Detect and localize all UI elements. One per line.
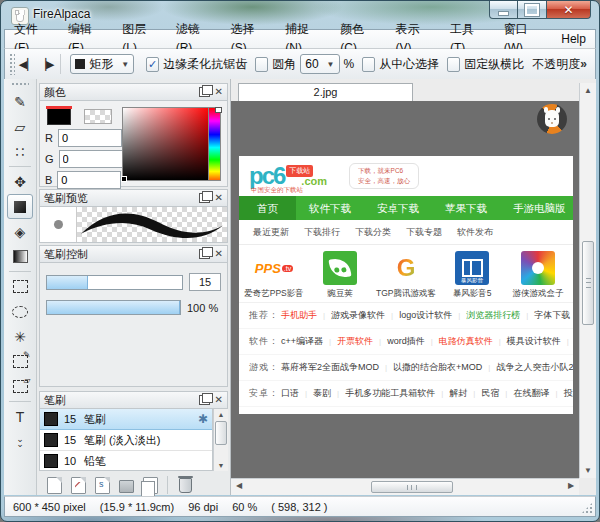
- close-panel-icon[interactable]: ✕: [215, 249, 223, 259]
- lasso-tool[interactable]: [7, 299, 33, 324]
- delete-brush-icon[interactable]: [179, 478, 192, 493]
- sv-marker[interactable]: [121, 176, 127, 182]
- shape-rect-tool[interactable]: [7, 194, 33, 219]
- toolstrip-grip[interactable]: [11, 82, 29, 87]
- magic-wand-tool[interactable]: ✳: [7, 324, 33, 349]
- eraser-tool[interactable]: ▱: [7, 114, 33, 139]
- from-center-checkbox[interactable]: [362, 57, 375, 72]
- row-prefix: 推荐：: [249, 309, 279, 322]
- pc6-logo-com: .com: [301, 175, 327, 187]
- fixed-ratio-checkbox[interactable]: [447, 57, 460, 72]
- app-baofeng: 暴风影音 暴风影音5: [439, 251, 505, 300]
- wp-link-rows: 推荐： 手机助手 游戏录像软件 logo设计软件 浏览器排行榜 字体下载 视频 …: [239, 302, 573, 407]
- tool-strip: ✎ ▱ ∷ ✥ ◈ ✳ ✎ ▱ T ⌄⌄: [4, 79, 37, 495]
- gradient-tool[interactable]: [7, 244, 33, 269]
- thumb-grip: [586, 278, 591, 288]
- green-input[interactable]: [59, 150, 123, 168]
- menu-help[interactable]: Help: [552, 30, 595, 49]
- scrollbar-thumb[interactable]: [215, 421, 227, 445]
- vertical-scrollbar[interactable]: ▲ ▼: [579, 83, 596, 478]
- float-panel-icon[interactable]: [199, 193, 210, 203]
- toolbar-grip[interactable]: [9, 53, 15, 75]
- select-rect-tool[interactable]: [7, 274, 33, 299]
- brush-list-header[interactable]: 笔刷 ✕: [39, 391, 228, 409]
- round-value-select[interactable]: 60 ▼: [300, 54, 339, 74]
- brush-control-header[interactable]: 笔刷控制 ✕: [39, 245, 228, 263]
- edit-brush-icon[interactable]: [71, 477, 86, 494]
- scroll-down-icon[interactable]: ▼: [214, 462, 228, 469]
- float-panel-icon[interactable]: [199, 249, 210, 259]
- toolbar-overflow-button[interactable]: »: [580, 57, 587, 71]
- horizontal-scrollbar[interactable]: ◀ ▶: [231, 478, 579, 495]
- move-tool[interactable]: ✥: [7, 169, 33, 194]
- scroll-down-icon[interactable]: ▼: [580, 466, 596, 475]
- wp-app-grid: PPS .tv 爱奇艺PPS影音 豌豆荚 G TGP腾讯游戏客 暴风: [239, 245, 573, 302]
- gear-icon[interactable]: ✱: [198, 412, 208, 426]
- wp-link: 手机助手: [281, 309, 317, 322]
- brush-preview-header[interactable]: 笔刷预览 ✕: [39, 189, 228, 207]
- brush-row[interactable]: 10 铅笔: [40, 451, 212, 471]
- maximize-button[interactable]: [518, 1, 546, 19]
- wp-link: logo设计软件: [385, 309, 452, 322]
- shape-select[interactable]: 矩形 ▼: [70, 54, 134, 74]
- scrollbar-thumb[interactable]: [582, 241, 594, 325]
- bucket-tool[interactable]: ◈: [7, 219, 33, 244]
- script-brush-icon[interactable]: [95, 477, 110, 494]
- scrollbar-thumb[interactable]: [371, 481, 453, 493]
- close-panel-icon[interactable]: ✕: [215, 395, 223, 405]
- foreground-color-swatch[interactable]: [47, 107, 71, 125]
- canvas-viewport[interactable]: pc6 下载站 .com 中国安全的下载站 下载，就来PC6 安全，高速，放心 …: [231, 101, 579, 478]
- antialias-label: 边缘柔化抗锯齿: [163, 56, 247, 73]
- wp-link: 投票: [549, 387, 573, 400]
- red-input[interactable]: [58, 129, 122, 147]
- float-panel-icon[interactable]: [199, 395, 210, 405]
- text-tool[interactable]: T: [7, 404, 33, 429]
- select-eraser-tool[interactable]: ▱: [7, 374, 33, 399]
- close-panel-icon[interactable]: ✕: [215, 193, 223, 203]
- select-pen-tool[interactable]: ✎: [7, 349, 33, 374]
- brush-stroke-icon: [77, 207, 227, 242]
- brush-size-slider[interactable]: [46, 275, 183, 290]
- next-button[interactable]: ▕▶: [37, 54, 56, 74]
- wp-link: word插件: [373, 335, 425, 348]
- wp-subnav: 最近更新 下载排行 下载分类 下载专题 软件发布: [239, 220, 573, 245]
- scroll-right-icon[interactable]: ▶: [564, 481, 578, 490]
- antialias-checkbox[interactable]: ✓: [146, 57, 159, 72]
- scroll-up-icon[interactable]: ▲: [214, 411, 228, 418]
- brush-row[interactable]: 15 笔刷 (淡入淡出): [40, 430, 212, 451]
- window-title: FireAlpaca: [33, 7, 90, 21]
- saturation-value-picker[interactable]: [122, 107, 212, 181]
- dot-tool[interactable]: ∷: [7, 139, 33, 164]
- minimize-button[interactable]: [489, 1, 518, 19]
- chevron-down-icon: ▼: [327, 60, 335, 69]
- scroll-left-icon[interactable]: ◀: [232, 481, 246, 490]
- brush-list-scrollbar[interactable]: ▲ ▼: [213, 409, 228, 471]
- pen-tool[interactable]: ✎: [7, 89, 33, 114]
- wp-link: 字体下载: [520, 309, 570, 322]
- close-panel-icon[interactable]: ✕: [215, 87, 223, 97]
- prev-button[interactable]: ◀▏: [18, 54, 37, 74]
- brush-opacity-slider[interactable]: [46, 300, 181, 315]
- more-tools-button[interactable]: ⌄⌄: [7, 429, 33, 454]
- transparent-color-swatch[interactable]: [84, 109, 112, 124]
- brush-swatch-icon: [44, 412, 58, 426]
- folder-icon[interactable]: [119, 480, 134, 493]
- resize-grip[interactable]: [581, 502, 593, 514]
- document-tab[interactable]: 2.jpg: [238, 83, 413, 101]
- wp-nav-home: 首页: [239, 196, 296, 220]
- brush-row-selected[interactable]: 15 笔刷 ✱: [40, 409, 212, 430]
- round-corner-checkbox[interactable]: [255, 57, 268, 72]
- brush-name: 铅笔: [84, 454, 208, 469]
- blue-input[interactable]: [57, 171, 121, 189]
- duplicate-brush-icon[interactable]: [143, 477, 158, 494]
- brush-stroke-preview: [77, 207, 227, 242]
- float-panel-icon[interactable]: [199, 87, 210, 97]
- hue-bar[interactable]: [208, 107, 221, 181]
- hue-marker[interactable]: [215, 107, 222, 113]
- wp-link: 模具设计软件: [493, 335, 561, 348]
- new-brush-icon[interactable]: [47, 477, 62, 494]
- color-panel-header[interactable]: 颜色 ✕: [39, 83, 228, 101]
- scroll-up-icon[interactable]: ▲: [580, 86, 596, 95]
- close-button[interactable]: ✕: [546, 1, 591, 19]
- brush-opacity-row: 100 %: [46, 300, 221, 315]
